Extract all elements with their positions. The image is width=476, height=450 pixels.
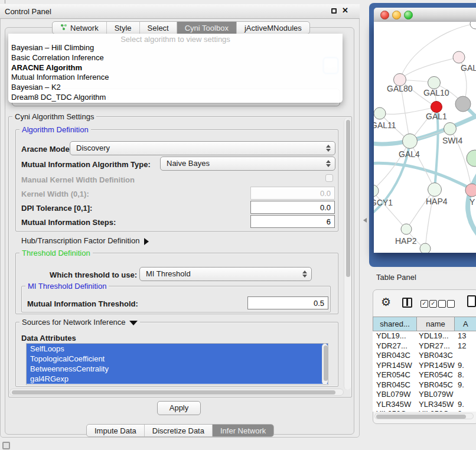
settings-horizontal-scrollbar[interactable]: [9, 389, 344, 396]
document-icon[interactable]: [467, 295, 476, 307]
tab-network[interactable]: Network: [53, 22, 107, 34]
tab-select[interactable]: Select: [140, 22, 177, 34]
apply-button[interactable]: Apply: [157, 401, 201, 415]
dropdown-item-selected[interactable]: ARACNE Algorithm: [8, 63, 343, 73]
close-icon[interactable]: ✕: [342, 6, 348, 15]
network-canvas[interactable]: GAL GAL80 GAL10 GAL1 GAL11 SWI4 GAL4 GCY…: [374, 22, 476, 253]
list-item[interactable]: TopologicalCoefficient: [27, 354, 328, 364]
attributes-scrollbar-thumb[interactable]: [324, 345, 328, 381]
column-header-partial[interactable]: A: [454, 317, 476, 331]
zoom-traffic-light[interactable]: [404, 11, 413, 19]
tab-style-label: Style: [115, 22, 132, 34]
manual-kernel-width-checkbox[interactable]: [325, 174, 333, 182]
column-header-name[interactable]: name: [416, 317, 454, 331]
mi-algorithm-type-value: Naive Bayes: [167, 159, 210, 168]
cyni-algorithm-settings-title: Cyni Algorithm Settings: [12, 112, 96, 121]
columns-icon[interactable]: [402, 298, 412, 308]
dropdown-item[interactable]: Basic Correlation Inference: [8, 53, 343, 63]
mi-steps-label: Mutual Information Steps:: [21, 218, 116, 227]
network-tab-icon: [60, 22, 67, 34]
settings-horizontal-scrollbar-thumb[interactable]: [12, 390, 335, 394]
combo-spinner-icon: [326, 145, 331, 152]
dropdown-item[interactable]: Mutual Information Inference: [8, 73, 343, 83]
mi-threshold-label: Mutual Information Threshold:: [27, 299, 138, 308]
dropdown-item[interactable]: Bayesian – K2: [8, 83, 343, 93]
cell: 9.: [458, 380, 476, 390]
data-attributes-label: Data Attributes: [21, 334, 76, 343]
node-label: GAL11: [374, 120, 396, 130]
hub-definition-toggle[interactable]: Hub/Transcription Factor Definition: [21, 236, 149, 245]
tab-discretize-data[interactable]: Discretize Data: [145, 425, 213, 436]
network-window[interactable]: GAL GAL80 GAL10 GAL1 GAL11 SWI4 GAL4 GCY…: [369, 3, 476, 267]
data-attributes-list: SelfLoops TopologicalCoefficient Between…: [26, 343, 328, 385]
node-label: HAP2: [395, 236, 417, 246]
control-panel-titlebar: [0, 4, 360, 19]
mi-algorithm-type-combobox[interactable]: Naive Bayes: [160, 156, 335, 171]
list-item[interactable]: gal4RGexp: [27, 374, 328, 384]
cell: YBL079W: [419, 390, 457, 399]
aracne-mode-combobox[interactable]: Discovery: [70, 141, 335, 155]
tab-infer-network[interactable]: Infer Network: [213, 425, 273, 436]
which-threshold-label: Which threshold to use:: [50, 270, 137, 279]
cell: 9.: [458, 400, 476, 409]
splitter-arrow-icon[interactable]: [363, 218, 367, 223]
column-header-shared[interactable]: shared...: [373, 317, 416, 331]
unchecked-checkbox-icon[interactable]: [438, 300, 446, 308]
dropdown-item[interactable]: Dream8 DC_TDC Algorithm: [8, 93, 343, 103]
table-horizontal-scrollbar-thumb[interactable]: [376, 415, 466, 419]
tab-impute-data[interactable]: Impute Data: [87, 425, 145, 436]
cell: YLR345W: [419, 400, 457, 409]
kernel-width-label: Kernel Width (0,1):: [21, 190, 89, 198]
algorithm-definition-title: Algorithm Definition: [19, 125, 91, 134]
minimize-traffic-light[interactable]: [392, 11, 401, 19]
threshold-definition-title: Threshold Definition: [19, 249, 93, 257]
close-traffic-light[interactable]: [380, 11, 389, 19]
sources-title-label: Sources for Network Inference: [22, 318, 126, 327]
cell: YDL19...: [376, 331, 415, 341]
dpi-tolerance-label: DPI Tolerance [0,1]:: [21, 204, 92, 213]
kernel-width-input[interactable]: [250, 187, 335, 200]
table-body: YDL19... YDL19... 13 YDR27... YDR27... 1…: [373, 331, 476, 412]
checked-checkbox-icon[interactable]: ✓: [429, 300, 437, 308]
table-horizontal-scrollbar[interactable]: [374, 413, 474, 419]
dpi-tolerance-input[interactable]: [250, 201, 335, 214]
control-panel-tabbar: Network Style Select Cyni Toolbox jActiv…: [52, 21, 310, 34]
panel-grid-icon[interactable]: [2, 442, 10, 449]
tab-style[interactable]: Style: [107, 22, 140, 34]
cell: YER054C: [376, 370, 415, 380]
tab-cyni-toolbox[interactable]: Cyni Toolbox: [177, 22, 237, 34]
cell: 8.: [458, 409, 476, 412]
hub-definition-label: Hub/Transcription Factor Definition: [21, 236, 139, 245]
settings-vertical-scrollbar-thumb[interactable]: [346, 120, 350, 277]
checked-checkbox-icon[interactable]: ✓: [420, 300, 428, 308]
tab-impute-data-label: Impute Data: [94, 425, 136, 437]
unchecked-checkbox-icon[interactable]: [447, 300, 455, 308]
which-threshold-combobox[interactable]: MI Threshold: [139, 267, 312, 281]
mi-threshold-definition-title: MI Threshold Definition: [25, 282, 109, 291]
cell: 13: [458, 331, 476, 341]
cell: YDL19...: [419, 331, 457, 341]
tab-select-label: Select: [148, 22, 169, 34]
dropdown-item[interactable]: Bayesian – Hill Climbing: [8, 43, 343, 53]
tab-jactivemnodules[interactable]: jActiveMNodules: [237, 22, 309, 34]
sources-title[interactable]: Sources for Network Inference: [19, 318, 140, 327]
aracne-mode-label: Aracne Mode:: [21, 145, 72, 154]
cell: YPR145W: [376, 361, 415, 370]
cell: YBL079W: [376, 390, 415, 399]
manual-kernel-width-label: Manual Kernel Width Definition: [21, 175, 135, 184]
algorithm-dropdown: Select algorithm to view settings Bayesi…: [8, 34, 343, 103]
cell: YIL052C: [376, 409, 415, 412]
list-item[interactable]: BetweennessCentrality: [27, 364, 328, 374]
float-window-icon[interactable]: [331, 8, 337, 14]
mi-steps-input[interactable]: [250, 215, 335, 228]
gear-icon[interactable]: ⚙: [381, 296, 391, 309]
tab-network-label: Network: [70, 22, 99, 34]
collapse-down-icon: [129, 321, 138, 325]
mi-threshold-input[interactable]: [247, 296, 328, 309]
list-item[interactable]: SelfLoops: [27, 344, 328, 354]
cell: YDR27...: [419, 341, 457, 351]
attributes-scrollbar[interactable]: [322, 344, 328, 384]
network-window-titlebar[interactable]: [374, 8, 476, 22]
cell: YBR043C: [419, 351, 457, 360]
settings-vertical-scrollbar[interactable]: [344, 118, 351, 390]
